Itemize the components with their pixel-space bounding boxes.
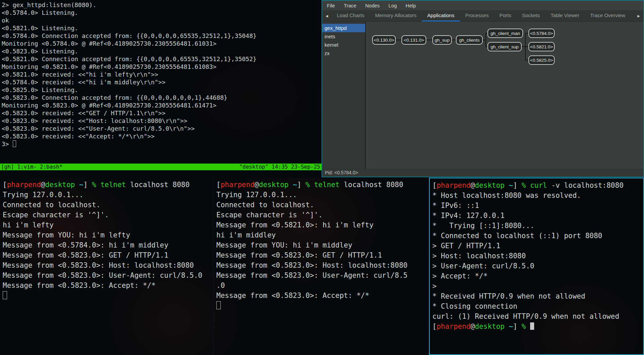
tree-connector-line — [426, 40, 432, 40]
process-node-pid-0-5821-0[interactable]: <0.5821.0> — [528, 42, 555, 51]
process-node-gh-clients[interactable]: gh_clients — [456, 35, 483, 45]
terminal-line: * Connected to localhost (::1) port 8080 — [432, 231, 643, 241]
terminal-text: desktop — [475, 322, 505, 330]
terminal-line: <0.5784.0> Connection accepted from: {{0… — [2, 32, 321, 40]
terminal-line: Connected to localhost. — [216, 200, 429, 210]
terminal-line: Message from <0.5823.0>: Accept: */* — [3, 280, 213, 291]
terminal-line: Message from <0.5823.0>: GET / HTTP/1.1 — [3, 250, 213, 260]
terminal-line: Message from <0.5823.0>: User-Agent: cur… — [3, 270, 213, 280]
process-node-pid-0-5784-0[interactable]: <0.5784.0> — [528, 29, 555, 38]
terminal-line: > Host: localhost:8080 — [432, 251, 643, 261]
terminal-line: Monitoring <0.5784.0> @ #Ref<0.418902573… — [2, 40, 321, 47]
terminal-text: % telnet — [306, 181, 340, 189]
app-item-gex_httpd[interactable]: gex_httpd — [322, 24, 365, 32]
tmux-status-bar: [gh] 1:vim- 2:bash* "desktop" 14:35 23-S… — [0, 164, 321, 170]
terminal-text: -v localhost:8080 — [547, 181, 624, 189]
tmux-host-clock: "desktop" 14:35 23-Sep-25 — [239, 164, 321, 170]
terminal-line: Connected to localhost. — [3, 200, 213, 210]
terminal-line: * Host localhost:8080 was resolved. — [432, 190, 643, 201]
terminal-line: Trying 127.0.0.1... — [3, 190, 213, 200]
terminal-line: <0.5823.0> Connection accepted from: {{0… — [2, 94, 321, 101]
terminal-line: Escape character is '^]'. — [216, 210, 429, 220]
terminal-line: > — [432, 281, 643, 291]
terminal-text: ] — [513, 181, 521, 189]
terminal-line: Message from <0.5823.0>: Host: localhost… — [216, 260, 429, 270]
observer-window: FileTraceNodesLogHelp ◀ Load ChartsMemor… — [321, 0, 644, 177]
terminal-text: ] — [83, 181, 92, 189]
terminal-text: localhost 8080 — [340, 181, 403, 189]
terminal-text: ~ — [79, 181, 84, 189]
telnet-middley-pane[interactable]: [pharpend@desktop ~] % telnet localhost … — [214, 178, 429, 355]
terminal-text: [ — [3, 181, 7, 189]
terminal-text: localhost 8080 — [126, 181, 190, 189]
tab-applications[interactable]: Applications — [422, 10, 460, 21]
terminal-line: [pharpend@desktop ~] % telnet localhost … — [216, 180, 429, 190]
menu-nodes[interactable]: Nodes — [365, 3, 380, 8]
app-item-zx[interactable]: zx — [322, 49, 365, 57]
tab-trace-overview[interactable]: Trace Overview — [585, 10, 631, 21]
text-cursor — [216, 301, 221, 309]
app-item-inets[interactable]: inets — [322, 32, 365, 41]
app-item-kernel[interactable]: kernel — [322, 41, 365, 49]
terminal-line: <0.5823.0> received: <<"GET / HTTP/1.1\r… — [2, 109, 321, 117]
terminal-text: % curl — [522, 181, 547, 189]
process-tree-canvas: <0.130.0><0.131.0>gh_supgh_clientsgh_cli… — [366, 22, 643, 169]
terminal-text — [505, 322, 509, 330]
terminal-text: ~ — [509, 322, 513, 330]
process-node-gh-client-sup[interactable]: gh_client_sup — [487, 42, 522, 51]
process-node-pid-0-130-0[interactable]: <0.130.0> — [372, 35, 396, 45]
menu-file[interactable]: File — [327, 3, 335, 8]
terminal-text: desktop — [475, 181, 505, 189]
applications-list: gex_httpdinetskernelzx — [322, 22, 366, 169]
tabs-scroll-left-icon[interactable]: ◀ — [322, 10, 332, 21]
terminal-text: % telnet — [92, 181, 126, 189]
selected-pid-label: Pid: <0.5784.0> — [325, 170, 358, 175]
tab-processes[interactable]: Processes — [460, 10, 494, 21]
tree-connector-line — [525, 33, 528, 34]
tab-table-viewer[interactable]: Table Viewer — [545, 10, 585, 21]
observer-main: gex_httpdinetskernelzx <0.130.0><0.131.0… — [322, 22, 643, 169]
text-cursor — [13, 140, 16, 147]
terminal-line: <0.5784.0> received: <<"hi i'm middley\r… — [2, 78, 321, 86]
terminal-text: ] — [297, 181, 305, 189]
terminal-text: [ — [432, 181, 437, 189]
terminal-line: * IPv6: ::1 — [432, 201, 643, 211]
terminal-text: ~ — [293, 181, 297, 189]
tab-ports[interactable]: Ports — [494, 10, 517, 21]
menu-trace[interactable]: Trace — [344, 3, 356, 8]
terminal-line: <0.5823.0> received: <<"Accept: */*\r\n"… — [2, 132, 321, 140]
process-node-pid-0-5825-0[interactable]: <0.5825.0> — [528, 55, 555, 65]
terminal-line: Trying 127.0.0.1... — [216, 190, 429, 200]
desktop: 2> gex_httpd:listen(8080).<0.5784.0> Lis… — [0, 0, 644, 355]
terminal-line: Escape character is '^]'. — [3, 210, 213, 220]
menu-log[interactable]: Log — [388, 3, 397, 8]
process-node-gh-client-man[interactable]: gh_client_man — [487, 29, 523, 38]
terminal-line: <0.5821.0> Listening. — [2, 24, 321, 32]
tab-memory-allocators[interactable]: Memory Allocators — [370, 10, 422, 21]
terminal-line: * IPv4: 127.0.0.1 — [432, 211, 643, 221]
terminal-text: @ — [471, 181, 475, 189]
terminal-line: Message from YOU: hi i'm middley — [216, 240, 429, 250]
terminal-text: pharpend — [221, 181, 255, 189]
telnet-lefty-pane[interactable]: [pharpend@desktop ~] % telnet localhost … — [0, 178, 213, 355]
curl-pane-focused[interactable]: [pharpend@desktop ~] % curl -v localhost… — [429, 178, 644, 355]
menu-help[interactable]: Help — [405, 3, 416, 8]
terminal-line: Message from <0.5821.0>: hi i'm lefty — [216, 220, 429, 230]
tree-connector-line — [525, 60, 528, 60]
process-node-gh-sup[interactable]: gh_sup — [432, 35, 452, 45]
tabs-scroll-right-icon[interactable]: ▶ — [634, 10, 643, 21]
tab-load-charts[interactable]: Load Charts — [332, 10, 370, 21]
terminal-line: Message from <0.5823.0>: GET / HTTP/1.1 — [216, 250, 429, 260]
tab-sockets[interactable]: Sockets — [517, 10, 545, 21]
process-node-pid-0-131-0[interactable]: <0.131.0> — [401, 35, 426, 45]
text-cursor — [530, 322, 534, 330]
terminal-line: 3> — [2, 140, 321, 148]
tree-connector-line — [396, 40, 401, 40]
terminal-line: Message from <0.5823.0>: Host: localhost… — [3, 260, 213, 270]
terminal-text: % — [522, 322, 530, 330]
terminal-line: <0.5823.0> Listening. — [2, 47, 321, 55]
terminal-line: ok — [2, 16, 321, 24]
erlang-shell-pane[interactable]: 2> gex_httpd:listen(8080).<0.5784.0> Lis… — [0, 0, 321, 178]
tree-connector-line — [483, 40, 485, 40]
terminal-line: [pharpend@desktop ~] % telnet localhost … — [3, 180, 213, 190]
